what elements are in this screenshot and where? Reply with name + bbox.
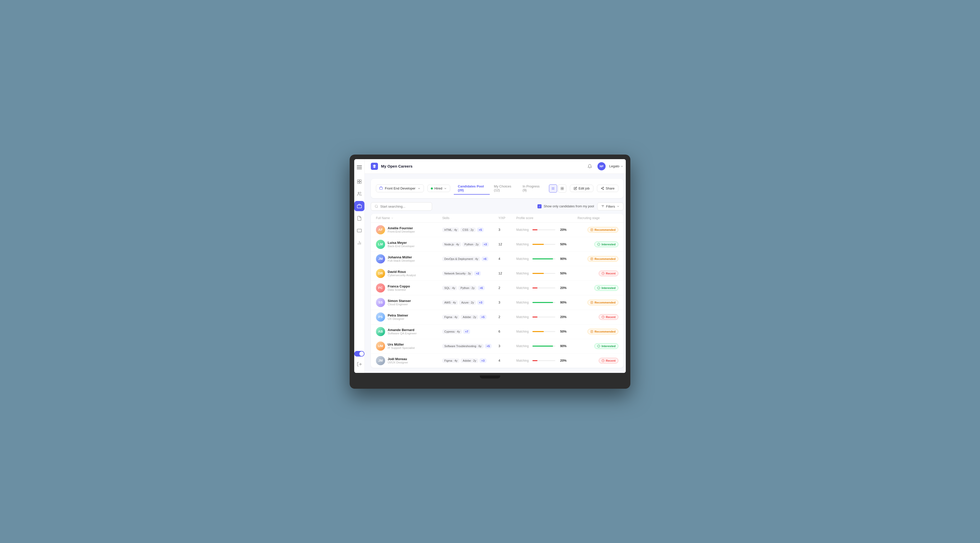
progress-bar bbox=[532, 229, 555, 230]
candidate-info-4: FCFranca CoppoData Scientist bbox=[376, 283, 442, 292]
sidebar-item-logout[interactable] bbox=[354, 359, 364, 369]
skill-tag: Python · 2y bbox=[463, 242, 480, 247]
sidebar-item-docs[interactable] bbox=[354, 213, 364, 224]
sidebar-item-people[interactable] bbox=[354, 189, 364, 199]
candidate-role: Cloud Engineer bbox=[388, 303, 411, 306]
sidebar-item-dashboard[interactable] bbox=[354, 176, 364, 187]
score-pct: 20% bbox=[557, 228, 566, 232]
skills-cell: HTML · 4yCSS · 2y+5 bbox=[442, 227, 498, 232]
pencil-icon bbox=[574, 187, 577, 190]
grid-view-button[interactable] bbox=[558, 184, 566, 192]
user-menu[interactable]: Legato bbox=[609, 164, 624, 168]
filter-label: Filters bbox=[606, 205, 615, 208]
laptop-notch bbox=[480, 375, 500, 378]
table-row[interactable]: UMUrs MüllerIT Support SpecialistSoftwar… bbox=[371, 339, 624, 354]
candidate-info-8: UMUrs MüllerIT Support Specialist bbox=[376, 341, 442, 351]
svg-rect-5 bbox=[357, 205, 362, 208]
job-selector[interactable]: Front End Developer bbox=[376, 184, 424, 192]
filter-button[interactable]: Filters bbox=[597, 203, 624, 210]
edit-job-button[interactable]: Edit job bbox=[570, 185, 593, 192]
recommended-icon bbox=[590, 257, 593, 260]
yxp-cell: 3 bbox=[498, 228, 516, 232]
content-area: Front End Developer Hired Candidates Poo… bbox=[365, 174, 626, 373]
table-row[interactable]: PSPetra SteinerUX DesignerFigma · 4yAdob… bbox=[371, 310, 624, 324]
table-row[interactable]: JMJohanna MüllerFull-Stack DeveloperDevO… bbox=[371, 252, 624, 266]
sidebar-item-careers[interactable] bbox=[354, 201, 364, 211]
stage-cell: Interested bbox=[578, 241, 618, 247]
candidate-avatar: AF bbox=[376, 225, 385, 234]
stage-cell: Recommended bbox=[578, 227, 618, 233]
skill-more: +5 bbox=[477, 227, 484, 232]
table-row[interactable]: ABAmande BernardSoftware QA EngineerCypr… bbox=[371, 324, 624, 339]
search-box[interactable] bbox=[371, 202, 432, 211]
job-selector-label: Front End Developer bbox=[385, 186, 415, 190]
score-pct: 20% bbox=[557, 286, 566, 290]
score-cell: Matching 20% bbox=[516, 228, 578, 232]
skill-more: +6 bbox=[482, 257, 488, 261]
table-row[interactable]: JMJoël MoreauUI/UX DesignerFigma · 4yAdo… bbox=[371, 354, 624, 368]
progress-bar bbox=[532, 346, 555, 347]
score-pct: 50% bbox=[557, 243, 566, 246]
stage-cell: Recent bbox=[578, 314, 618, 320]
candidate-info-1: LMLuisa MeyerBack-End Developer bbox=[376, 240, 442, 249]
svg-point-21 bbox=[603, 189, 604, 190]
laptop-screen: My Open Careers NP Legato bbox=[354, 159, 626, 373]
candidate-role: Full-Stack Developer bbox=[388, 259, 415, 262]
candidate-name: Joël Moreau bbox=[388, 357, 408, 361]
candidate-info-6: PSPetra SteinerUX Designer bbox=[376, 313, 442, 322]
skill-tag: Azure · 2y bbox=[459, 300, 476, 305]
svg-rect-0 bbox=[358, 179, 360, 181]
checkbox-icon[interactable]: ✓ bbox=[538, 204, 542, 208]
hamburger-menu[interactable] bbox=[355, 163, 364, 172]
skill-tag: Adobe · 2y bbox=[461, 358, 478, 363]
tab-candidates-pool-20[interactable]: Candidates Pool (20) bbox=[454, 183, 490, 195]
candidate-avatar: DR bbox=[376, 269, 385, 278]
progress-bar-fill bbox=[532, 229, 538, 230]
interested-icon bbox=[597, 286, 600, 289]
yxp-cell: 2 bbox=[498, 315, 516, 319]
table-header-y/xp: Y/XP bbox=[498, 216, 516, 220]
candidate-name: Luisa Meyer bbox=[388, 241, 414, 245]
status-label: Hired bbox=[434, 186, 442, 190]
stage-badge: Recommended bbox=[587, 329, 618, 334]
list-view-button[interactable] bbox=[549, 184, 557, 192]
progress-bar-fill bbox=[532, 360, 538, 361]
theme-toggle[interactable] bbox=[354, 351, 364, 357]
share-icon bbox=[601, 187, 604, 190]
hamburger-line-1 bbox=[357, 165, 362, 166]
skill-more: +7 bbox=[463, 329, 470, 334]
score-label: Matching bbox=[516, 257, 530, 260]
skill-more: +3 bbox=[482, 242, 489, 247]
table-row[interactable]: DRDavid RouxCybersecurity AnalystNetwork… bbox=[371, 266, 624, 281]
stage-cell: Recommended bbox=[578, 256, 618, 262]
tab-my-choices-12[interactable]: My Choices (12) bbox=[490, 183, 518, 195]
recommended-icon bbox=[590, 301, 593, 304]
app-title: My Open Careers bbox=[381, 164, 583, 168]
table-row[interactable]: SSSimon StanserCloud EngineerAWS · 4yAzu… bbox=[371, 295, 624, 310]
table-row[interactable]: LMLuisa MeyerBack-End DeveloperNode.js ·… bbox=[371, 237, 624, 252]
top-nav: My Open Careers NP Legato bbox=[365, 159, 626, 174]
skill-more: +5 bbox=[479, 315, 487, 319]
sidebar-item-chart[interactable] bbox=[354, 238, 364, 248]
candidate-avatar: FC bbox=[376, 283, 385, 292]
yxp-cell: 12 bbox=[498, 272, 516, 275]
share-button[interactable]: Share bbox=[597, 185, 618, 192]
tab-in-progress-9[interactable]: In Progress (9) bbox=[519, 183, 546, 195]
status-selector[interactable]: Hired bbox=[428, 185, 450, 192]
sidebar-item-wallet[interactable] bbox=[354, 225, 364, 236]
table-row[interactable]: FCFranca CoppoData ScientistSQL · 4yPyth… bbox=[371, 281, 624, 295]
filter-chevron-icon bbox=[617, 205, 620, 208]
yxp-cell: 4 bbox=[498, 359, 516, 362]
checkbox-filter: ✓ Show only candidates from my pool bbox=[538, 204, 594, 208]
candidate-role: Cybersecurity Analyst bbox=[388, 274, 416, 277]
progress-bar bbox=[532, 302, 555, 303]
search-input[interactable] bbox=[380, 205, 421, 208]
skills-cell: Figma · 4yAdobe · 2y+5 bbox=[442, 315, 498, 319]
progress-bar bbox=[532, 258, 555, 259]
score-label: Matching bbox=[516, 272, 530, 275]
search-icon bbox=[375, 205, 378, 208]
candidate-avatar: AB bbox=[376, 327, 385, 336]
notification-bell[interactable] bbox=[586, 162, 594, 170]
table-row[interactable]: AFAmélie FournierFront-End DeveloperHTML… bbox=[371, 223, 624, 237]
candidate-name: Franca Coppo bbox=[388, 284, 410, 288]
